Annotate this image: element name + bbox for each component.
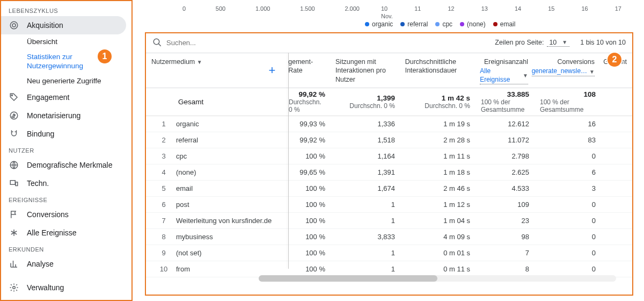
sidebar-item-engagement[interactable]: Engagement <box>1 88 131 106</box>
row-duration: 1 m 11 s <box>400 150 475 162</box>
row-rate: 100 % <box>283 247 331 259</box>
sub-new-access[interactable]: Neu generierte Zugriffe <box>27 74 131 89</box>
table-wrap: Nutzermedium ▼ + gement-Rate Sitzungen m… <box>146 53 632 282</box>
table-row[interactable]: 3cpc100 %1,1641 m 11 s2.7980 <box>146 148 632 164</box>
section-events: EREIGNISSE <box>1 192 131 205</box>
dot-icon <box>435 22 440 26</box>
sidebar-item-monetization[interactable]: Monetarisierung <box>1 106 131 125</box>
legend-cpc[interactable]: cpc <box>435 20 452 28</box>
table-row[interactable]: 9(not set)100 %10 m 01 s70 <box>146 245 632 261</box>
sidebar-item-demographics[interactable]: Demografische Merkmale <box>1 156 131 174</box>
sidebar-label: Demografische Merkmale <box>27 161 113 169</box>
row-sessions: 1 <box>331 198 400 211</box>
totals-row: Gesamt 99,92 %Durchschn. 0 % 1,399Durchs… <box>146 88 632 116</box>
sidebar-item-analysis[interactable]: Analyse <box>1 255 131 273</box>
tick: 500 <box>216 5 225 12</box>
svg-point-8 <box>153 39 159 45</box>
table-header: Nutzermedium ▼ + gement-Rate Sitzungen m… <box>146 53 632 88</box>
acquisition-subitems: Übersicht Statistiken zur Nutzergewinnun… <box>1 34 131 88</box>
day-tick: 17 <box>615 5 621 12</box>
sub-overview[interactable]: Übersicht <box>27 34 131 49</box>
add-dimension-button[interactable]: + <box>268 63 275 78</box>
row-rate: 99,92 % <box>283 134 331 146</box>
col-conversions[interactable]: Conversions generate_newsle…▼ <box>533 53 600 88</box>
sidebar-label: Engagement <box>27 93 69 102</box>
row-sessions: 1,164 <box>331 150 400 162</box>
sidebar-label: Analyse <box>27 260 54 268</box>
row-events: 2.798 <box>475 150 535 162</box>
sidebar-label: Conversions <box>27 210 69 219</box>
section-explore: ERKUNDEN <box>1 242 131 255</box>
main-content: 0 500 1.000 1.500 2.000 10 11 12 13 14 1… <box>140 0 644 301</box>
row-events: 4.533 <box>475 182 535 195</box>
data-panel: Zeilen pro Seite: 10▼ 1 bis 10 von 10 Nu… <box>145 32 633 296</box>
day-tick: 16 <box>582 5 588 12</box>
sidebar-item-tech[interactable]: Techn. <box>1 174 131 192</box>
legend-referral[interactable]: referral <box>400 20 428 28</box>
sidebar-item-acquisition[interactable]: Akquisition <box>1 16 126 34</box>
annotation-badge-1: 1 <box>97 48 113 64</box>
conversions-filter[interactable]: generate_newsle…▼ <box>532 67 595 76</box>
row-duration: 2 m 46 s <box>400 182 475 195</box>
col-medium[interactable]: Nutzermedium ▼ + <box>146 53 283 88</box>
row-index: 1 <box>151 120 176 128</box>
gear-icon <box>9 282 19 293</box>
row-medium: post <box>176 200 189 209</box>
col-rate[interactable]: gement-Rate <box>283 53 330 88</box>
target-icon <box>9 20 19 31</box>
row-rate: 100 % <box>283 214 331 227</box>
table-row[interactable]: 4(none)99,65 %1,3911 m 18 s2.6256 <box>146 164 632 181</box>
rpp-select[interactable]: 10▼ <box>547 39 569 47</box>
tick: 1.000 <box>255 5 270 12</box>
legend-email[interactable]: email <box>493 20 516 28</box>
day-tick: 14 <box>515 5 521 12</box>
table-row[interactable]: 2referral99,92 %1,5182 m 28 s11.07283 <box>146 132 632 148</box>
row-rate: 99,93 % <box>283 118 331 130</box>
table-row[interactable]: 1organic99,93 %1,3361 m 19 s12.61216 <box>146 116 632 132</box>
row-sessions: 1,391 <box>331 166 400 178</box>
sidebar-item-all-events[interactable]: Alle Ereignisse <box>1 224 131 242</box>
section-lifecycle: LEBENSZYKLUS <box>1 3 131 16</box>
row-index: 4 <box>151 168 176 176</box>
sub-user-stats[interactable]: Statistiken zur Nutzergewinnung <box>27 49 131 74</box>
total-events: 33.885 <box>507 90 529 98</box>
row-conversions: 0 <box>535 214 601 227</box>
row-duration: 1 m 18 s <box>400 166 475 178</box>
row-rate: 99,65 % <box>283 166 331 178</box>
row-index: 3 <box>151 152 176 160</box>
chart-axis: 0 500 1.000 1.500 2.000 10 11 12 13 14 1… <box>182 5 531 12</box>
col-sessions[interactable]: Sitzungen mit Interaktionen pro Nutzer <box>330 53 400 88</box>
events-filter[interactable]: Alle Ereignisse▼ <box>480 67 528 84</box>
legend-none[interactable]: (none) <box>460 20 486 28</box>
table-row[interactable]: 6post100 %11 m 12 s1090 <box>146 197 632 213</box>
sidebar-item-admin[interactable]: Verwaltung <box>1 278 131 297</box>
row-conversions: 16 <box>535 118 601 130</box>
row-rate: 100 % <box>283 263 331 275</box>
table-row[interactable]: 8mybusiness100 %3,8334 m 09 s980 <box>146 229 632 245</box>
row-events: 109 <box>475 198 535 211</box>
row-rate: 100 % <box>283 231 331 243</box>
horizontal-scrollbar[interactable] <box>259 275 616 282</box>
row-medium: cpc <box>176 152 187 160</box>
dot-icon <box>400 22 405 26</box>
svg-point-0 <box>10 22 18 29</box>
sidebar-item-conversions[interactable]: Conversions <box>1 205 131 224</box>
row-medium: referral <box>176 136 198 144</box>
sidebar-item-retention[interactable]: Bindung <box>1 125 131 143</box>
row-sessions: 1,674 <box>331 182 400 195</box>
table-row[interactable]: 5email100 %1,6742 m 46 s4.5333 <box>146 181 632 197</box>
chevron-down-icon: ▼ <box>197 59 202 65</box>
day-tick: 12 <box>448 5 455 12</box>
table-row[interactable]: 7Weiterleitung von kursfinder.de100 %11 … <box>146 213 632 229</box>
tag-icon <box>9 92 19 103</box>
dot-icon <box>493 22 497 26</box>
search-box[interactable] <box>152 38 495 47</box>
devices-icon <box>9 178 19 189</box>
row-conversions: 3 <box>535 182 601 195</box>
search-input[interactable] <box>166 39 274 47</box>
scroll-thumb[interactable] <box>259 275 437 282</box>
legend-organic[interactable]: organic <box>365 20 393 28</box>
col-avgdur[interactable]: Durchschnittliche Interaktionsdauer <box>400 53 475 88</box>
row-events: 8 <box>475 263 535 275</box>
col-events[interactable]: Ereignisanzahl Alle Ereignisse▼ <box>474 53 533 88</box>
